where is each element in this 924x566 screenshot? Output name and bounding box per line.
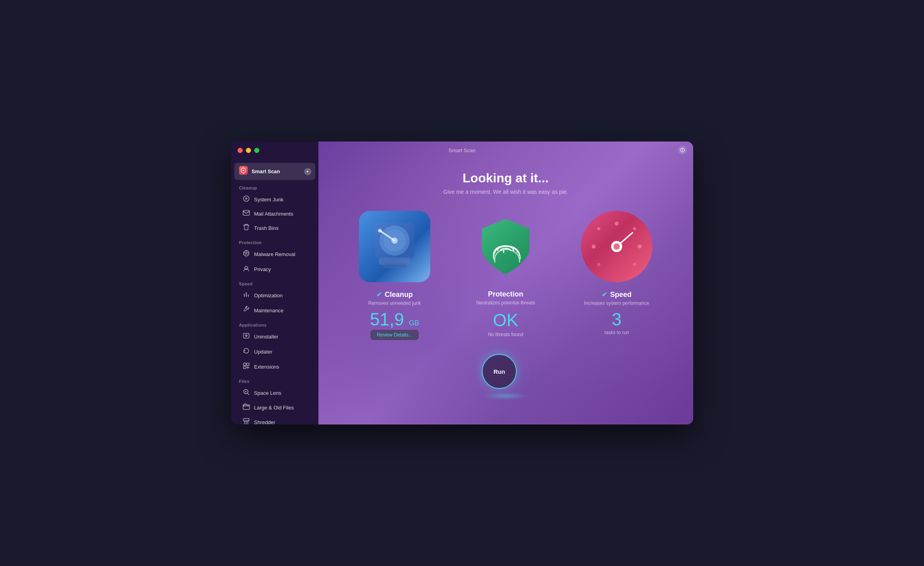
svg-line-20 — [247, 394, 249, 395]
optimization-icon — [242, 291, 250, 300]
svg-rect-34 — [383, 263, 406, 268]
svg-point-39 — [633, 227, 636, 230]
cleanup-check-icon: ✔ — [376, 290, 382, 299]
minimize-button[interactable] — [246, 148, 251, 153]
svg-point-38 — [597, 227, 600, 230]
updater-icon — [242, 347, 250, 356]
svg-point-40 — [597, 263, 600, 266]
cleanup-card-desc: Removes unneeded junk — [368, 300, 421, 306]
svg-point-9 — [247, 252, 248, 253]
sidebar-item-label-updater: Updater — [254, 349, 272, 355]
main-subtitle: Give me a moment. We all wish it was eas… — [443, 189, 568, 195]
speed-card-subtext: tasks to run — [604, 330, 629, 335]
protection-visual — [470, 211, 541, 282]
svg-point-37 — [592, 245, 596, 249]
speed-card-value: 3 — [612, 311, 621, 328]
sidebar-item-malware-removal[interactable]: Malware Removal — [234, 247, 315, 261]
speed-card-title-row: ✔ Speed — [602, 290, 631, 299]
protection-card-desc: Neutralizes potential threats — [476, 300, 535, 306]
sidebar-item-optimization[interactable]: Optimization — [234, 288, 315, 302]
protection-card: Protection Neutralizes potential threats… — [458, 211, 553, 342]
sidebar-item-shredder[interactable]: Shredder — [234, 415, 315, 424]
svg-point-44 — [613, 243, 620, 250]
speed-card-desc: Increases system performance — [584, 300, 649, 306]
sidebar-item-label-large-files: Large & Old Files — [254, 405, 294, 411]
svg-point-35 — [615, 222, 619, 226]
section-label-applications: Applications — [231, 318, 318, 329]
svg-point-8 — [245, 251, 246, 252]
sidebar-item-label-privacy: Privacy — [254, 266, 271, 272]
svg-rect-24 — [243, 419, 249, 421]
speed-visual — [581, 211, 652, 282]
extensions-icon — [242, 362, 250, 371]
shredder-icon — [242, 418, 250, 424]
system-junk-icon — [242, 195, 250, 204]
sidebar-item-label-uninstaller: Uninstaller — [254, 334, 278, 340]
cleanup-visual — [359, 211, 430, 282]
run-button[interactable]: Run — [482, 354, 517, 389]
sidebar-item-updater[interactable]: Updater — [234, 344, 315, 359]
sidebar-item-extensions[interactable]: Extensions — [234, 359, 315, 374]
svg-rect-6 — [243, 210, 249, 215]
section-label-files: Files — [231, 374, 318, 385]
sidebar-item-mail-attachments[interactable]: Mail Attachments — [234, 207, 315, 220]
sidebar-item-uninstaller[interactable]: Uninstaller — [234, 329, 315, 344]
run-button-container: Run — [482, 354, 529, 400]
window-title: Smart Scan — [449, 147, 475, 153]
info-button[interactable]: ⓘ — [678, 146, 687, 155]
sidebar-item-label-trash: Trash Bins — [254, 225, 279, 231]
main-title: Looking at it... — [443, 171, 568, 185]
mail-icon — [242, 210, 250, 217]
svg-rect-16 — [243, 363, 246, 365]
protection-card-subtext: No threats found — [488, 332, 523, 337]
sidebar-item-system-junk[interactable]: System Junk — [234, 192, 315, 207]
section-label-protection: Protection — [231, 235, 318, 247]
protection-card-value: OK — [493, 310, 518, 330]
svg-point-41 — [633, 263, 636, 266]
space-lens-icon — [242, 388, 250, 397]
svg-rect-18 — [243, 366, 246, 369]
protection-card-title-row: Protection — [488, 290, 523, 298]
sidebar-item-label-system-junk: System Junk — [254, 197, 284, 203]
run-button-glow — [482, 392, 529, 400]
section-label-cleanup: Cleanup — [231, 181, 318, 192]
sidebar-item-privacy[interactable]: Privacy — [234, 262, 315, 276]
sidebar-item-maintenance[interactable]: Maintenance — [234, 303, 315, 317]
cards-row: ✔ Cleanup Removes unneeded junk 51,9 GB … — [347, 211, 664, 342]
traffic-lights — [238, 148, 259, 153]
app-window: Smart Scan ⓘ — [231, 142, 693, 424]
cleanup-card-title: Cleanup — [385, 291, 413, 299]
sidebar-item-label-extensions: Extensions — [254, 364, 280, 370]
trash-icon — [242, 224, 250, 232]
sidebar-item-label-smart-scan: Smart Scan — [252, 168, 280, 174]
svg-point-10 — [243, 252, 244, 253]
sidebar: Smart Scan ● Cleanup System Junk Mail At… — [231, 142, 318, 424]
protection-card-title: Protection — [488, 290, 523, 298]
section-label-speed: Speed — [231, 277, 318, 288]
sidebar-item-trash-bins[interactable]: Trash Bins — [234, 221, 315, 235]
uninstaller-icon — [242, 332, 250, 341]
svg-rect-23 — [243, 405, 249, 409]
smart-scan-icon — [239, 166, 248, 177]
cleanup-card-value: 51,9 GB — [370, 311, 419, 328]
sidebar-item-label-shredder: Shredder — [254, 419, 275, 425]
speed-check-icon: ✔ — [602, 290, 608, 299]
close-button[interactable] — [238, 148, 243, 153]
main-header: Looking at it... Give me a moment. We al… — [443, 171, 568, 195]
review-details-button[interactable]: Review Details... — [370, 330, 418, 340]
sidebar-item-smart-scan[interactable]: Smart Scan ● — [234, 163, 315, 180]
maximize-button[interactable] — [254, 148, 259, 153]
svg-point-36 — [638, 245, 642, 249]
cleanup-card-title-row: ✔ Cleanup — [376, 290, 413, 299]
sidebar-item-large-old-files[interactable]: Large & Old Files — [234, 401, 315, 414]
sidebar-item-space-lens[interactable]: Space Lens — [234, 386, 315, 400]
main-content: Looking at it... Give me a moment. We al… — [318, 142, 693, 424]
speed-card-title: Speed — [610, 291, 631, 299]
active-indicator: ● — [304, 168, 311, 175]
sidebar-item-label-malware: Malware Removal — [254, 251, 295, 257]
cleanup-card: ✔ Cleanup Removes unneeded junk 51,9 GB … — [347, 211, 442, 340]
maintenance-icon — [242, 306, 250, 315]
sidebar-item-label-optimization: Optimization — [254, 293, 283, 298]
sidebar-item-label-maintenance: Maintenance — [254, 308, 284, 314]
svg-rect-17 — [247, 363, 249, 365]
